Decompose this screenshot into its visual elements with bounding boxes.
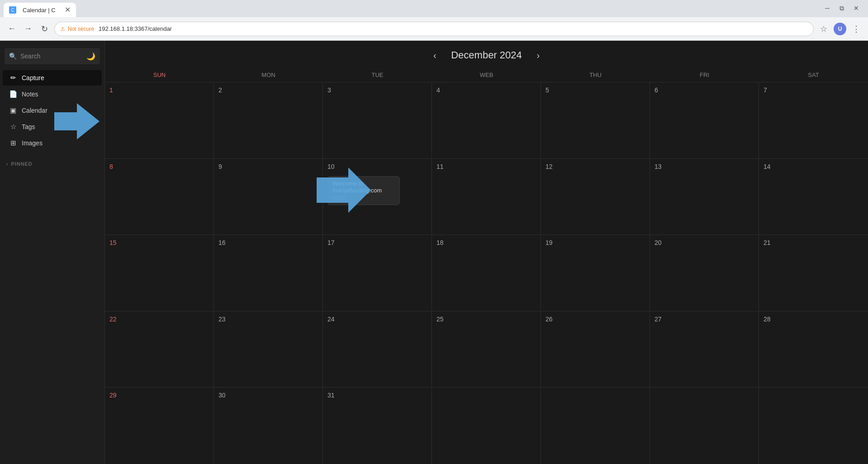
cal-cell-empty-2[interactable] (541, 387, 650, 464)
cal-cell-5[interactable]: 5 (541, 82, 650, 158)
browser-toolbar: ← → ↻ ⚠ Not secure 192.168.1.18:3367/cal… (0, 17, 868, 41)
chevron-icon: › (6, 161, 9, 167)
tab-favicon: C (9, 6, 16, 14)
event-time: 03:07 (332, 195, 395, 201)
sidebar-item-images-label: Images (22, 139, 43, 147)
search-input[interactable] (20, 53, 83, 60)
calendar-week-1: 1 2 3 4 5 6 7 (105, 82, 868, 159)
calendar-week-3: 15 16 17 18 19 20 21 (105, 235, 868, 311)
minimize-button[interactable]: ─ (821, 2, 834, 14)
cal-cell-28[interactable]: 28 (759, 311, 868, 387)
cal-cell-10[interactable]: 10 Welcome to mariushosting.com 03:07 (323, 159, 432, 235)
cal-cell-empty-1[interactable] (432, 387, 541, 464)
security-label: Not secure (68, 26, 94, 32)
cal-cell-1[interactable]: 1 (105, 82, 214, 158)
dark-mode-button[interactable]: 🌙 (86, 52, 95, 61)
browser-menu-button[interactable]: ⋮ (850, 23, 863, 35)
cal-cell-16[interactable]: 16 (214, 235, 323, 311)
browser-chrome: ─ ⧉ ✕ C Calendar | C ✕ ← → ↻ ⚠ Not secur… (0, 0, 868, 41)
cal-cell-25[interactable]: 25 (432, 311, 541, 387)
cal-cell-13[interactable]: 13 (650, 159, 759, 235)
profile-button[interactable]: U (834, 23, 846, 35)
cal-cell-24[interactable]: 24 (323, 311, 432, 387)
cal-cell-2[interactable]: 2 (214, 82, 323, 158)
day-header-sun: SUN (105, 68, 214, 82)
back-button[interactable]: ← (5, 23, 18, 35)
calendar-header: ‹ December 2024 › (105, 41, 868, 68)
restore-button[interactable]: ⧉ (835, 2, 848, 14)
cal-cell-3[interactable]: 3 (323, 82, 432, 158)
tab-close-button[interactable]: ✕ (65, 6, 71, 14)
sidebar-item-tags-label: Tags (22, 123, 35, 130)
calendar-week-2: 8 9 10 Welcome to mariushosting.com 03:0… (105, 159, 868, 235)
main-content: ‹ December 2024 › SUN MON TUE WEB THU FR… (105, 41, 868, 464)
close-window-button[interactable]: ✕ (850, 2, 863, 14)
cal-cell-14[interactable]: 14 (759, 159, 868, 235)
cal-cell-27[interactable]: 27 (650, 311, 759, 387)
cal-cell-12[interactable]: 12 (541, 159, 650, 235)
sidebar-item-capture[interactable]: ✏ Capture (3, 70, 102, 86)
calendar-body: 1 2 3 4 5 6 7 8 9 10 Welcome (105, 82, 868, 464)
calendar-icon: ▣ (9, 106, 17, 115)
cal-cell-22[interactable]: 22 (105, 311, 214, 387)
next-month-button[interactable]: › (531, 48, 545, 62)
cal-cell-20[interactable]: 20 (650, 235, 759, 311)
cal-cell-17[interactable]: 17 (323, 235, 432, 311)
cal-cell-19[interactable]: 19 (541, 235, 650, 311)
cal-cell-31[interactable]: 31 (323, 387, 432, 464)
sidebar-item-images[interactable]: ⊞ Images (3, 135, 102, 151)
capture-icon: ✏ (9, 74, 17, 82)
prev-month-button[interactable]: ‹ (427, 48, 442, 62)
search-bar[interactable]: 🔍 🌙 (5, 48, 100, 64)
cal-cell-6[interactable]: 6 (650, 82, 759, 158)
tags-icon: ☆ (9, 123, 17, 131)
sidebar-item-tags[interactable]: ☆ Tags (3, 119, 102, 134)
sidebar-item-calendar-label: Calendar (22, 107, 47, 114)
cal-cell-8[interactable]: 8 (105, 159, 214, 235)
sidebar-item-notes[interactable]: 📄 Notes (3, 86, 102, 102)
pinned-section: › PINNED (0, 158, 104, 169)
cal-cell-30[interactable]: 30 (214, 387, 323, 464)
browser-tab[interactable]: C Calendar | C ✕ (4, 3, 76, 17)
day-header-tue: TUE (323, 68, 432, 82)
bookmark-button[interactable]: ☆ (817, 23, 830, 35)
cal-cell-15[interactable]: 15 (105, 235, 214, 311)
cal-cell-29[interactable]: 29 (105, 387, 214, 464)
app-layout: 🔍 🌙 ✏ Capture 📄 Notes ▣ Calendar ☆ Tags … (0, 41, 868, 464)
address-bar[interactable]: ⚠ Not secure 192.168.1.18:3367/calendar (54, 22, 814, 36)
day-header-thu: THU (541, 68, 650, 82)
event-title: Welcome to mariushosting.com (332, 180, 395, 194)
cal-cell-21[interactable]: 21 (759, 235, 868, 311)
cal-cell-9[interactable]: 9 (214, 159, 323, 235)
tab-title: Calendar | C (23, 7, 56, 14)
sidebar-item-capture-label: Capture (22, 74, 44, 81)
event-tooltip[interactable]: Welcome to mariushosting.com 03:07 (327, 176, 400, 205)
calendar-week-5: 29 30 31 (105, 387, 868, 464)
address-text: 192.168.1.18:3367/calendar (99, 25, 172, 32)
day-header-web: WEB (432, 68, 541, 82)
day-header-mon: MON (214, 68, 323, 82)
sidebar-item-calendar[interactable]: ▣ Calendar (3, 103, 102, 118)
reload-button[interactable]: ↻ (38, 23, 51, 35)
sidebar-item-notes-label: Notes (22, 91, 38, 98)
notes-icon: 📄 (9, 90, 17, 98)
calendar-grid: SUN MON TUE WEB THU FRI SAT 1 2 3 4 5 6 … (105, 68, 868, 464)
cal-cell-4[interactable]: 4 (432, 82, 541, 158)
cal-cell-23[interactable]: 23 (214, 311, 323, 387)
cal-cell-26[interactable]: 26 (541, 311, 650, 387)
forward-button[interactable]: → (22, 23, 34, 35)
day-header-fri: FRI (650, 68, 759, 82)
cal-cell-empty-3[interactable] (650, 387, 759, 464)
calendar-week-4: 22 23 24 25 26 27 28 (105, 311, 868, 388)
security-icon: ⚠ (60, 26, 65, 32)
cal-cell-11[interactable]: 11 (432, 159, 541, 235)
cal-cell-empty-4[interactable] (759, 387, 868, 464)
cal-cell-7[interactable]: 7 (759, 82, 868, 158)
calendar-title: December 2024 (451, 49, 522, 61)
pinned-label: › PINNED (6, 161, 98, 167)
day-header-sat: SAT (759, 68, 868, 82)
sidebar: 🔍 🌙 ✏ Capture 📄 Notes ▣ Calendar ☆ Tags … (0, 41, 105, 464)
cal-cell-18[interactable]: 18 (432, 235, 541, 311)
browser-tabs: ─ ⧉ ✕ C Calendar | C ✕ (0, 0, 868, 17)
search-icon: 🔍 (9, 53, 17, 60)
